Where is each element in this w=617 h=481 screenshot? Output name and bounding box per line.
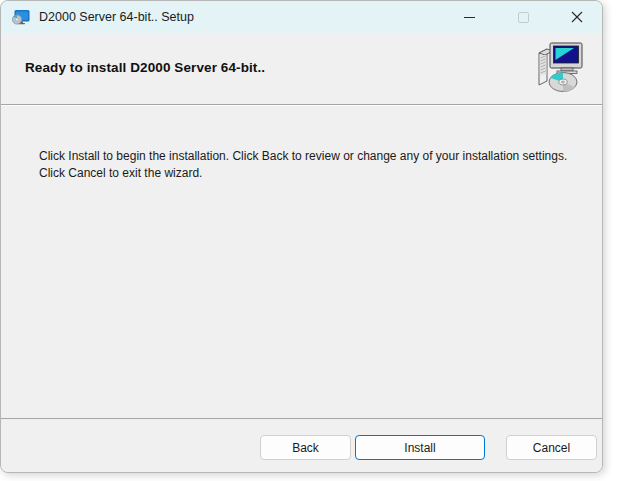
page-title: Ready to install D2000 Server 64-bit..: [25, 60, 265, 75]
title-bar: D2000 Server 64-bit.. Setup: [1, 1, 602, 33]
installer-computer-cd-icon: [533, 41, 589, 95]
dialog-body: Click Install to begin the installation.…: [1, 105, 602, 418]
dialog-header: Ready to install D2000 Server 64-bit..: [1, 33, 602, 104]
close-button[interactable]: [554, 1, 600, 33]
install-instructions-text: Click Install to begin the installation.…: [39, 148, 570, 182]
minimize-icon: [464, 17, 475, 18]
minimize-button[interactable]: [446, 1, 492, 33]
app-installer-icon: [12, 8, 30, 26]
install-button[interactable]: Install: [355, 435, 485, 460]
close-icon: [571, 11, 583, 23]
back-button[interactable]: Back: [260, 435, 351, 460]
maximize-button: [500, 1, 546, 33]
caption-buttons: [438, 1, 602, 33]
cancel-button[interactable]: Cancel: [506, 435, 597, 460]
window-title: D2000 Server 64-bit.. Setup: [39, 10, 194, 24]
button-bar: Back Install Cancel: [1, 419, 602, 472]
desktop-background: D2000 Server 64-bit.. Setup Ready to ins: [0, 0, 617, 481]
setup-wizard-window: D2000 Server 64-bit.. Setup Ready to ins: [0, 0, 603, 473]
maximize-icon: [518, 12, 529, 23]
